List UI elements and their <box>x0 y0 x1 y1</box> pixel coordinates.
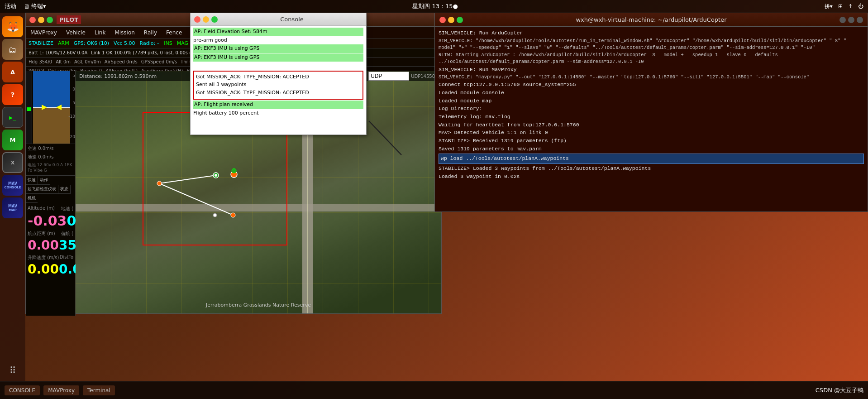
term-line-8: Loaded module map <box>439 97 864 105</box>
min-btn[interactable] <box>38 17 44 23</box>
altitude-value: -0.03 <box>28 213 67 229</box>
console-titlebar: Console <box>191 13 366 26</box>
term-line-5: SIM_VEHICLE: "mavproxy.py" "--out" "127.… <box>439 74 864 81</box>
console-max-btn[interactable] <box>211 16 218 23</box>
terminal-close-btn[interactable] <box>439 17 446 23</box>
menu-rally[interactable]: Rally <box>139 29 162 37</box>
console-mission-1: Got MISSION_ACK: TYPE_MISSION: ACCEPTED <box>196 73 361 81</box>
tab-status[interactable]: 状态 <box>58 185 71 194</box>
menu-fence[interactable]: Fence <box>162 29 186 37</box>
radio-status: Radio: – <box>140 40 160 46</box>
dock-item-firefox[interactable]: 🦊 <box>2 16 23 37</box>
dock-item-settings[interactable]: ? <box>2 84 23 105</box>
menu-mavproxy[interactable]: MAVProxy <box>26 29 62 37</box>
power-icon[interactable]: ⏻ <box>858 3 863 10</box>
terminal-right-controls <box>839 17 863 23</box>
dock-item-nautilus[interactable]: A <box>2 62 23 82</box>
window-controls <box>29 17 53 23</box>
alt-val: Alt 0m <box>56 59 71 64</box>
menu-link[interactable]: Link <box>90 29 110 37</box>
terminal-icon-small: 🖥 <box>24 3 29 10</box>
console-close-btn[interactable] <box>194 16 200 23</box>
terminal-cmd-text: wp load ../Tools/autotest/planA.waypoint… <box>441 155 569 161</box>
system-bar-left: 活动 🖥 终端▾ <box>5 2 46 10</box>
flight-mode: STABILIZE <box>29 40 53 46</box>
console-mission-3: Got MISSION_ACK: TYPE_MISSION: ACCEPTED <box>196 89 361 97</box>
term-line-14: Saved 1319 parameters to mav.parm <box>439 145 864 153</box>
close-btn[interactable] <box>29 17 36 23</box>
dock-item-xterm[interactable]: X <box>2 152 23 173</box>
term-line-13: STABILIZE> Received 1319 parameters (ftp… <box>439 137 864 145</box>
airspeed-val: AirSpeed 0m/s <box>105 59 138 64</box>
battery-label: 电池 12.60v 0.0 A 1EK Fo Vibe G <box>26 161 75 173</box>
terminal-window: wxh@wxh-virtual-machine: ~/ardupilot/Ard… <box>434 13 868 212</box>
volume-icon[interactable]: ↑ <box>848 3 853 10</box>
max-btn[interactable] <box>47 17 53 23</box>
hdg-val: Hdg 354/0 <box>29 59 52 64</box>
instruments-panel: Altitude (m) 地速 ( -0.03 0.0 航点距离 (m) 偏航 … <box>26 203 75 279</box>
climb-rate-value: 0.00 <box>28 262 59 277</box>
term-line-1: SIM_VEHICLE: Run ArduCopter <box>439 29 864 37</box>
distance-text: Distance: 1091.802m 0.590nm <box>79 73 157 79</box>
console-mission-box: Got MISSION_ACK: TYPE_MISSION: ACCEPTED … <box>193 71 363 100</box>
terminal-min-btn[interactable] <box>448 17 454 23</box>
taskbar-item-3[interactable]: Terminal <box>83 385 115 395</box>
terminal-content-area: SIM_VEHICLE: Run ArduCopter SIM_VEHICLE:… <box>435 27 868 212</box>
horizontal-road <box>76 204 441 212</box>
scale-neg5: -5 <box>71 101 75 105</box>
term-line-12: MAV> Detected vehicle 1:1 on link 0 <box>439 129 864 137</box>
application-dock: 🦊 🗂 A ? ▶_ M X MAV CONSOLE MAV MAP ⠿ <box>0 13 25 381</box>
activities-btn[interactable]: 活动 <box>5 2 16 10</box>
heading-label: 偏航 ( <box>61 231 73 237</box>
dock-item-mav-map[interactable]: MAV MAP <box>2 197 23 218</box>
scale-neg20: -20 <box>68 135 75 139</box>
tab-quick[interactable]: 快速 <box>26 176 38 185</box>
dist-to-label: DistTo <box>60 255 73 261</box>
menu-mission[interactable]: Mission <box>110 29 139 37</box>
dock-item-terminal[interactable]: ▶_ <box>2 107 23 128</box>
waypoint-dist-label: 航点距离 (m) <box>28 231 55 237</box>
left-sidebar: 5 0 -5 -10 -20 空速 0.0m/s 地速 0.0m/s 电池 12… <box>26 71 76 316</box>
console-min-btn[interactable] <box>203 16 209 23</box>
terminal-window-title: wxh@wxh-virtual-machine: ~/ardupilot/Ard… <box>467 16 836 23</box>
waypoint-dist-value: 0.00 <box>28 238 59 253</box>
tab-aircraft[interactable]: 机机 <box>26 194 38 203</box>
taskbar-item-2[interactable]: MAVProxy <box>43 385 79 395</box>
mavproxy-title: PILOT <box>57 15 81 24</box>
dock-item-mission-planner[interactable]: M <box>2 130 23 150</box>
console-mission-2: Sent all 3 waypoints <box>196 81 361 89</box>
tab-preflight[interactable]: 起飞前检查仪表 <box>26 185 58 194</box>
dock-item-files[interactable]: 🗂 <box>2 39 23 60</box>
keyboard-indicator[interactable]: 拼▾ <box>825 3 833 10</box>
watermark-text: CSDN @大豆子鸭 <box>816 386 863 394</box>
console-window-controls <box>194 16 218 23</box>
terminal-menu-btn[interactable]: 终端▾ <box>31 2 46 10</box>
terminal-titlebar: wxh@wxh-virtual-machine: ~/ardupilot/Ard… <box>435 13 868 27</box>
taskbar-item-1[interactable]: CONSOLE <box>5 385 40 395</box>
console-line-battery: Flight battery 100 percent <box>193 110 363 117</box>
link-status: Link 1 OK 100.0% (7789 pkts, 0 lost, 0.0… <box>91 50 203 55</box>
menu-vehicle[interactable]: Vehicle <box>62 29 90 37</box>
terminal-btn-3[interactable] <box>857 17 863 23</box>
tab-action[interactable]: 动作 <box>38 176 50 185</box>
vcc-status: Vcc 5.00 <box>114 40 135 46</box>
term-line-16: Loaded 3 waypoint in 0.02s <box>439 173 864 181</box>
terminal-max-btn[interactable] <box>457 17 463 23</box>
console-content: AP: Field Elevation Set: 584m pre-arm go… <box>191 26 366 135</box>
taskbar: CONSOLE MAVProxy Terminal CSDN @大豆子鸭 <box>0 381 868 399</box>
scale-neg10: -10 <box>68 114 75 119</box>
term-line-6: Connect tcp:127.0.0.1:5760 source_system… <box>439 81 864 89</box>
system-bar: 活动 🖥 终端▾ 星期四 13：15● 拼▾ ⊞ ↑ ⏻ <box>0 0 868 13</box>
udp-input[interactable] <box>368 72 409 81</box>
term-line-3: RLTW: Starting ArduCopter : /home/wxh/ar… <box>439 52 864 65</box>
system-tray: 拼▾ ⊞ ↑ ⏻ <box>825 3 863 10</box>
terminal-btn-1[interactable] <box>839 17 846 23</box>
dock-item-apps-grid[interactable]: ⠿ <box>2 360 23 381</box>
gps-status: GPS: OK6 (10) <box>74 40 109 46</box>
terminal-btn-2[interactable] <box>848 17 854 23</box>
dock-item-mav-console[interactable]: MAV CONSOLE <box>2 175 23 196</box>
speed-scale: 5 0 -5 -10 -20 <box>26 71 75 144</box>
console-popup-window: Console AP: Field Elevation Set: 584m pr… <box>190 13 367 135</box>
udp-field-area: UDP14550-1 <box>368 71 439 81</box>
network-icon[interactable]: ⊞ <box>838 3 843 10</box>
